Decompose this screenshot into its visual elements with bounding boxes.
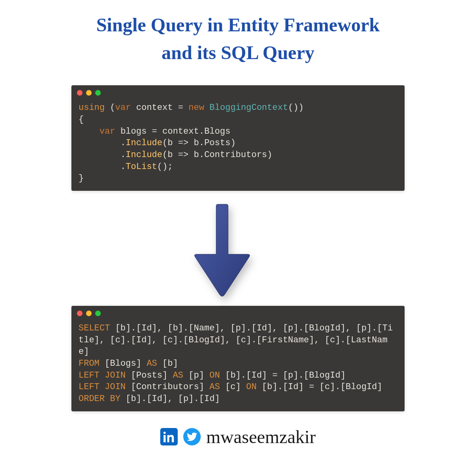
window-minimize-dot-icon [86,311,92,316]
down-arrow-icon [186,203,258,298]
property-blogs: Blogs [204,127,230,136]
property-posts: Posts [204,138,230,148]
title-line-1: Single Query in Entity Framework [96,14,380,35]
identifier-context: context [136,103,173,113]
window-titlebar [71,85,405,97]
sql-keyword-order: ORDER [79,394,105,404]
property-contributors: Contributors [204,150,267,160]
sql-keyword-select: SELECT [79,323,110,333]
method-tolist: ToList [126,162,157,172]
sql-join-condition: [b].[Id] = [p].[BlogId] [220,370,345,380]
title-line-2: and its SQL Query [161,42,314,63]
window-minimize-dot-icon [86,90,92,96]
social-handle: mwaseemzakir [206,426,316,447]
sql-keyword-join: JOIN [105,370,126,380]
identifier-blogs: blogs [121,127,147,136]
sql-keyword-by: BY [110,394,120,404]
window-maximize-dot-icon [95,311,101,316]
sql-order-columns: [b].[Id], [p].[Id] [121,394,220,404]
twitter-icon[interactable] [183,428,201,445]
linkedin-icon[interactable] [160,428,178,445]
arrow-container [0,203,476,298]
csharp-code-window: using (var context = new BloggingContext… [71,85,405,191]
keyword-new: new [188,103,204,113]
window-maximize-dot-icon [95,90,101,96]
sql-code-window: SELECT [b].[Id], [b].[Name], [p].[Id], [… [71,306,405,411]
sql-join-condition: [b].[Id] = [c].[BlogId] [257,382,382,392]
window-close-dot-icon [77,311,83,316]
method-include: Include [126,138,162,148]
page-title: Single Query in Entity Framework and its… [0,0,476,66]
keyword-var: var [100,127,115,136]
method-include: Include [126,150,162,160]
keyword-using: using [79,103,105,113]
window-titlebar [71,306,405,318]
sql-code-block: SELECT [b].[Id], [b].[Name], [p].[Id], [… [71,318,405,411]
type-bloggingcontext: BloggingContext [209,103,288,113]
window-close-dot-icon [77,90,83,96]
footer: mwaseemzakir [0,426,476,447]
sql-select-columns: [b].[Id], [b].[Name], [p].[Id], [p].[Blo… [79,323,393,357]
keyword-var: var [115,103,131,113]
sql-keyword-left: LEFT [79,370,100,380]
sql-keyword-from: FROM [79,359,100,369]
csharp-code-block: using (var context = new BloggingContext… [71,97,405,191]
